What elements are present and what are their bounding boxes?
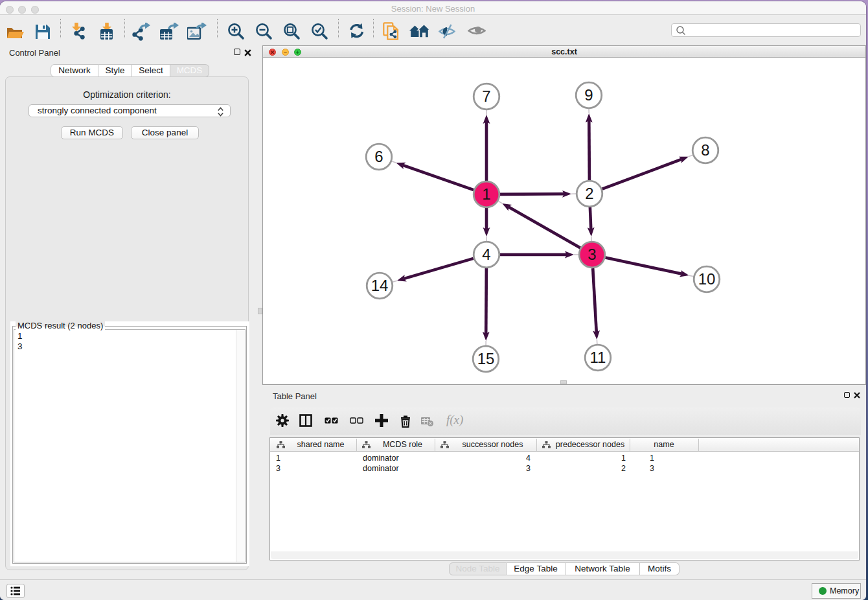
svg-text:4: 4 — [482, 246, 490, 263]
svg-text:11: 11 — [590, 349, 606, 366]
svg-text:7: 7 — [482, 87, 490, 105]
svg-text:3: 3 — [588, 246, 596, 263]
svg-text:15: 15 — [477, 350, 495, 367]
svg-text:8: 8 — [701, 141, 709, 159]
svg-text:10: 10 — [698, 270, 716, 288]
svg-text:6: 6 — [374, 148, 383, 165]
svg-text:9: 9 — [584, 86, 593, 104]
svg-text:1: 1 — [482, 185, 490, 203]
svg-text:14: 14 — [371, 277, 389, 294]
svg-text:2: 2 — [585, 185, 593, 202]
